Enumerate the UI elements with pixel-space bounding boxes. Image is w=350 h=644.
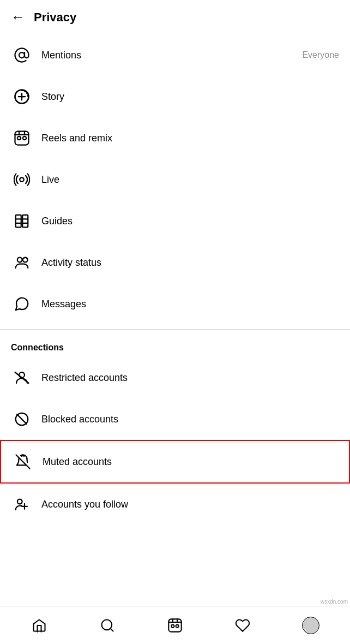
profile-avatar — [302, 617, 319, 634]
nav-profile[interactable] — [294, 612, 327, 639]
menu-item-messages[interactable]: Messages — [0, 283, 350, 325]
svg-line-31 — [110, 628, 113, 631]
menu-item-live[interactable]: Live — [0, 159, 350, 200]
mentions-value: Everyone — [302, 50, 339, 60]
messages-label: Messages — [41, 299, 339, 310]
page-title: Privacy — [34, 10, 76, 25]
connections-section-header: Connections — [0, 334, 350, 357]
nav-reels[interactable] — [159, 612, 191, 639]
live-icon — [11, 169, 33, 190]
mentions-label: Mentions — [41, 50, 302, 61]
nav-heart[interactable] — [226, 612, 259, 639]
messages-icon — [11, 293, 33, 315]
menu-item-blocked[interactable]: Blocked accounts — [0, 398, 350, 440]
story-label: Story — [41, 91, 339, 103]
reels-label: Reels and remix — [41, 133, 339, 144]
watermark: wsxdn.com — [321, 599, 348, 605]
menu-item-restricted[interactable]: Restricted accounts — [0, 357, 350, 398]
menu-item-guides[interactable]: Guides — [0, 200, 350, 242]
guides-label: Guides — [41, 216, 339, 227]
menu-item-reels[interactable]: Reels and remix — [0, 117, 350, 159]
blocked-icon — [11, 408, 33, 430]
svg-point-34 — [176, 624, 178, 627]
live-label: Live — [41, 174, 339, 186]
menu-item-muted[interactable]: Muted accounts — [0, 440, 350, 484]
nav-home[interactable] — [23, 612, 56, 639]
svg-point-33 — [171, 624, 174, 627]
nav-search[interactable] — [91, 612, 124, 639]
svg-point-13 — [20, 177, 24, 182]
restricted-label: Restricted accounts — [41, 372, 339, 384]
svg-point-0 — [19, 52, 25, 58]
section-divider — [0, 329, 350, 330]
restricted-icon — [11, 367, 33, 389]
main-menu: Mentions Everyone Story — [0, 34, 350, 325]
menu-item-story[interactable]: Story — [0, 76, 350, 117]
menu-item-activity-status[interactable]: Activity status — [0, 242, 350, 283]
reels-icon — [11, 127, 33, 149]
blocked-label: Blocked accounts — [41, 414, 339, 425]
guides-icon — [11, 210, 33, 232]
menu-item-mentions[interactable]: Mentions Everyone — [0, 34, 350, 76]
svg-point-27 — [17, 499, 22, 504]
connections-menu: Restricted accounts Blocked accounts — [0, 357, 350, 525]
svg-point-8 — [17, 136, 21, 140]
activity-status-label: Activity status — [41, 257, 339, 269]
mentions-icon — [11, 44, 33, 66]
header: ← Privacy — [0, 0, 350, 34]
svg-point-20 — [17, 258, 22, 263]
muted-label: Muted accounts — [43, 456, 338, 468]
svg-line-25 — [17, 414, 27, 424]
svg-point-9 — [23, 136, 26, 140]
back-button[interactable]: ← — [11, 9, 25, 26]
muted-icon — [12, 451, 34, 473]
menu-item-following[interactable]: Accounts you follow — [0, 484, 350, 525]
bottom-nav — [0, 606, 350, 644]
following-label: Accounts you follow — [41, 499, 339, 510]
activity-status-icon — [11, 252, 33, 273]
story-icon — [11, 86, 33, 108]
svg-rect-32 — [168, 619, 181, 631]
svg-rect-15 — [22, 215, 28, 228]
following-icon — [11, 493, 33, 515]
svg-rect-14 — [16, 215, 21, 228]
